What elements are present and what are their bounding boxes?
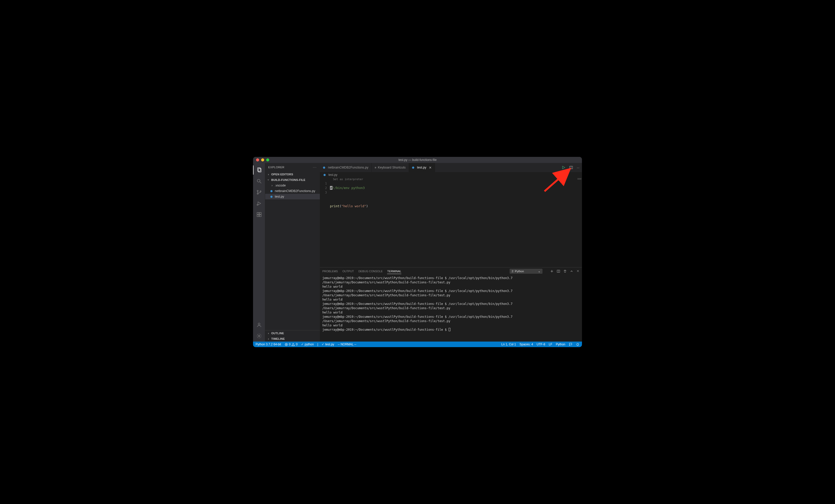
split-icon: [569, 165, 573, 169]
tab-test[interactable]: ⬣ test.py ✕: [409, 163, 435, 172]
status-error-count: 0: [289, 343, 291, 346]
editor-more-button[interactable]: ···: [577, 166, 579, 169]
tab-label: test.py: [417, 166, 426, 169]
open-editors-label: OPEN EDITORS: [271, 173, 293, 176]
terminal-line: hello world: [322, 310, 579, 315]
python-file-icon: ⬣: [323, 173, 327, 177]
activity-run-debug[interactable]: [253, 198, 265, 209]
status-encoding[interactable]: UTF-8: [537, 343, 545, 346]
tree-item-label: netbrainCMDB2Functions.py: [275, 189, 315, 193]
chevron-up-icon: [570, 269, 573, 273]
code-paren: ): [366, 204, 368, 208]
svg-point-13: [258, 323, 260, 325]
run-button[interactable]: [562, 165, 566, 169]
svg-rect-12: [259, 213, 261, 214]
titlebar: test.py — build-functions-file: [253, 157, 582, 163]
activity-settings[interactable]: [253, 330, 265, 342]
explorer-more-button[interactable]: ···: [313, 166, 317, 169]
editor-cursor: #: [330, 186, 332, 190]
new-terminal-button[interactable]: [550, 269, 554, 273]
panel-actions: [550, 269, 579, 273]
tab-netbrain[interactable]: ⬣ netbrainCMDB2Functions.py: [320, 163, 372, 172]
search-icon: [256, 178, 262, 184]
code-editor[interactable]: Set as interpreter 1 2 3 #!/bin/env pyth…: [320, 178, 582, 267]
gear-icon: [256, 333, 262, 339]
status-interpreter[interactable]: Python 3.7.2 64-bit: [256, 343, 281, 346]
activity-explorer[interactable]: [253, 164, 265, 176]
status-lint-file[interactable]: ✓ test.py: [322, 343, 334, 346]
chevron-down-icon: ›: [267, 178, 270, 182]
panel-tab-terminal[interactable]: TERMINAL: [387, 269, 401, 274]
status-lint-python[interactable]: ✓ python: [301, 343, 314, 346]
folder-section[interactable]: › BUILD-FUNCTIONS-FILE: [265, 177, 320, 183]
panel-tab-output[interactable]: OUTPUT: [342, 269, 354, 274]
terminal-line: hello world: [322, 323, 579, 328]
svg-point-8: [257, 204, 258, 205]
status-language[interactable]: Python: [556, 343, 565, 346]
panel-tab-problems[interactable]: PROBLEMS: [322, 269, 338, 274]
python-file-icon: ⬣: [270, 189, 274, 193]
svg-marker-7: [258, 202, 261, 205]
tree-file-test[interactable]: ⬣ test.py: [265, 194, 320, 199]
terminal-prompt: jemurray@mbp-2019:~/Documents/src/wustlP…: [322, 276, 447, 280]
code-line: #!/bin/env python3: [330, 186, 368, 190]
folder-label: BUILD-FUNCTIONS-FILE: [271, 178, 305, 181]
activity-extensions[interactable]: [253, 209, 265, 220]
close-icon[interactable]: ✕: [429, 166, 432, 169]
bell-icon: [576, 343, 579, 346]
python-file-icon: ⬣: [270, 195, 274, 198]
open-editors-section[interactable]: › OPEN EDITORS: [265, 172, 320, 177]
tab-keyboard-shortcuts[interactable]: ≡ Keyboard Shortcuts: [372, 163, 409, 172]
minimap[interactable]: [577, 178, 582, 180]
status-notifications[interactable]: [576, 343, 579, 346]
status-problems[interactable]: 0 0: [285, 343, 298, 346]
split-terminal-button[interactable]: [557, 269, 560, 273]
status-eol[interactable]: LF: [549, 343, 552, 346]
outline-section[interactable]: › OUTLINE: [265, 330, 320, 336]
editor-actions: ···: [559, 163, 582, 172]
python-file-icon: ⬣: [323, 166, 326, 169]
status-cursor-position[interactable]: Ln 1, Col 1: [501, 343, 516, 346]
chevron-right-icon: ›: [267, 173, 270, 176]
code-print: print: [330, 204, 340, 208]
trash-icon: [563, 269, 567, 273]
terminal-output[interactable]: jemurray@mbp-2019:~/Documents/src/wustlP…: [320, 275, 582, 342]
status-feedback[interactable]: [569, 343, 572, 346]
kill-terminal-button[interactable]: [563, 269, 567, 273]
feedback-icon: [569, 343, 572, 346]
chevron-right-icon: ›: [270, 184, 274, 187]
tree-file-netbrain[interactable]: ⬣ netbrainCMDB2Functions.py: [265, 188, 320, 194]
tree-folder-vscode[interactable]: › .vscode: [265, 183, 320, 188]
play-icon: [562, 165, 566, 169]
breadcrumb[interactable]: ⬣ test.py: [320, 172, 582, 178]
codelens-set-interpreter[interactable]: Set as interpreter: [333, 177, 363, 182]
python-file-icon: ⬣: [412, 166, 415, 169]
svg-rect-0: [258, 168, 260, 171]
terminal-prompt: jemurray@mbp-2019:~/Documents/src/wustlP…: [322, 315, 447, 319]
activity-accounts[interactable]: [253, 319, 265, 330]
terminal-select[interactable]: 2: Python ⌄: [510, 269, 543, 274]
code-content: #!/bin/env python3 print("hello world"): [330, 178, 368, 267]
activity-search[interactable]: [253, 176, 265, 187]
code-string: "hello world": [341, 204, 366, 208]
maximize-panel-button[interactable]: [570, 269, 573, 273]
editor-group: ⬣ netbrainCMDB2Functions.py ≡ Keyboard S…: [320, 163, 582, 342]
close-panel-button[interactable]: [576, 269, 579, 273]
panel-tab-debug[interactable]: DEBUG CONSOLE: [358, 269, 383, 274]
svg-rect-10: [257, 215, 259, 217]
split-editor-button[interactable]: [569, 165, 573, 169]
editor-scrollbar[interactable]: [578, 178, 582, 267]
timeline-section[interactable]: › TIMELINE: [265, 336, 320, 342]
explorer-header: EXPLORER ···: [265, 163, 320, 172]
editor-tabs: ⬣ netbrainCMDB2Functions.py ≡ Keyboard S…: [320, 163, 582, 172]
svg-marker-15: [563, 166, 565, 169]
status-indent[interactable]: Spaces: 4: [520, 343, 533, 346]
timeline-label: TIMELINE: [271, 337, 285, 340]
svg-point-2: [257, 179, 260, 182]
activity-source-control[interactable]: [253, 187, 265, 198]
terminal-prompt: jemurray@mbp-2019:~/Documents/src/wustlP…: [322, 328, 447, 331]
chevron-right-icon: ›: [267, 332, 270, 335]
svg-rect-9: [257, 213, 259, 214]
status-separator: |: [317, 343, 318, 346]
terminal-line: hello world: [322, 298, 579, 302]
